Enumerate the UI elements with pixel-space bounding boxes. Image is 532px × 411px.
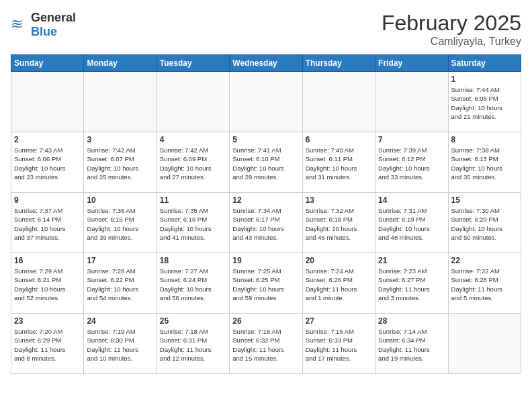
calendar-cell: 11Sunrise: 7:35 AM Sunset: 6:16 PM Dayli… — [157, 193, 229, 253]
day-info: Sunrise: 7:28 AM Sunset: 6:22 PM Dayligh… — [87, 267, 153, 302]
calendar-cell: 20Sunrise: 7:24 AM Sunset: 6:26 PM Dayli… — [302, 253, 375, 314]
calendar-table: SundayMondayTuesdayWednesdayThursdayFrid… — [11, 54, 521, 374]
calendar-cell: 27Sunrise: 7:15 AM Sunset: 6:33 PM Dayli… — [302, 314, 375, 374]
day-info: Sunrise: 7:25 AM Sunset: 6:25 PM Dayligh… — [232, 267, 299, 302]
day-number: 28 — [378, 316, 445, 326]
calendar-cell — [11, 72, 84, 132]
calendar-cell — [448, 314, 521, 374]
day-number: 18 — [160, 256, 226, 265]
day-info: Sunrise: 7:42 AM Sunset: 6:09 PM Dayligh… — [160, 146, 226, 181]
calendar-cell — [375, 72, 448, 132]
calendar-cell: 26Sunrise: 7:16 AM Sunset: 6:32 PM Dayli… — [230, 314, 302, 374]
calendar-week-3: 9Sunrise: 7:37 AM Sunset: 6:14 PM Daylig… — [11, 193, 521, 253]
calendar-cell: 17Sunrise: 7:28 AM Sunset: 6:22 PM Dayli… — [84, 253, 157, 314]
day-header-saturday: Saturday — [448, 55, 521, 72]
title-block: February 2025 Camliyayla, Turkey — [382, 11, 521, 48]
calendar-cell — [84, 72, 157, 132]
day-number: 21 — [378, 256, 445, 265]
day-info: Sunrise: 7:42 AM Sunset: 6:07 PM Dayligh… — [87, 146, 153, 181]
day-number: 27 — [306, 316, 372, 326]
logo: ≋ General Blue — [11, 11, 76, 39]
day-number: 6 — [306, 135, 372, 144]
calendar-week-5: 23Sunrise: 7:20 AM Sunset: 6:29 PM Dayli… — [11, 314, 521, 374]
day-info: Sunrise: 7:43 AM Sunset: 6:06 PM Dayligh… — [14, 146, 81, 181]
day-info: Sunrise: 7:34 AM Sunset: 6:17 PM Dayligh… — [232, 206, 299, 242]
calendar-header-row: SundayMondayTuesdayWednesdayThursdayFrid… — [11, 55, 521, 72]
day-info: Sunrise: 7:29 AM Sunset: 6:21 PM Dayligh… — [14, 267, 81, 302]
day-number: 17 — [87, 256, 153, 265]
day-info: Sunrise: 7:18 AM Sunset: 6:31 PM Dayligh… — [160, 327, 226, 363]
day-number: 2 — [14, 135, 81, 144]
day-info: Sunrise: 7:31 AM Sunset: 6:19 PM Dayligh… — [378, 206, 445, 242]
day-number: 23 — [14, 316, 81, 326]
day-header-monday: Monday — [84, 55, 157, 72]
day-number: 24 — [87, 316, 153, 326]
calendar-cell: 23Sunrise: 7:20 AM Sunset: 6:29 PM Dayli… — [11, 314, 84, 374]
day-info: Sunrise: 7:39 AM Sunset: 6:12 PM Dayligh… — [378, 146, 445, 181]
calendar-cell: 7Sunrise: 7:39 AM Sunset: 6:12 PM Daylig… — [375, 132, 448, 193]
calendar-cell: 15Sunrise: 7:30 AM Sunset: 6:20 PM Dayli… — [448, 193, 521, 253]
day-number: 25 — [160, 316, 226, 326]
day-header-sunday: Sunday — [11, 55, 84, 72]
day-number: 19 — [232, 256, 299, 265]
day-number: 20 — [306, 256, 372, 265]
logo-icon: ≋ — [11, 15, 30, 34]
day-info: Sunrise: 7:16 AM Sunset: 6:32 PM Dayligh… — [232, 327, 299, 363]
calendar-week-4: 16Sunrise: 7:29 AM Sunset: 6:21 PM Dayli… — [11, 253, 521, 314]
day-info: Sunrise: 7:35 AM Sunset: 6:16 PM Dayligh… — [160, 206, 226, 242]
day-number: 4 — [160, 135, 226, 144]
calendar-cell: 4Sunrise: 7:42 AM Sunset: 6:09 PM Daylig… — [157, 132, 229, 193]
svg-text:≋: ≋ — [11, 15, 23, 32]
day-header-wednesday: Wednesday — [230, 55, 302, 72]
day-info: Sunrise: 7:14 AM Sunset: 6:34 PM Dayligh… — [378, 327, 445, 363]
calendar-cell: 28Sunrise: 7:14 AM Sunset: 6:34 PM Dayli… — [375, 314, 448, 374]
day-info: Sunrise: 7:23 AM Sunset: 6:27 PM Dayligh… — [378, 267, 445, 302]
calendar-cell — [157, 72, 229, 132]
calendar-cell: 16Sunrise: 7:29 AM Sunset: 6:21 PM Dayli… — [11, 253, 84, 314]
calendar-cell: 1Sunrise: 7:44 AM Sunset: 6:05 PM Daylig… — [448, 72, 521, 132]
day-info: Sunrise: 7:20 AM Sunset: 6:29 PM Dayligh… — [14, 327, 81, 363]
day-info: Sunrise: 7:24 AM Sunset: 6:26 PM Dayligh… — [306, 267, 372, 302]
day-info: Sunrise: 7:27 AM Sunset: 6:24 PM Dayligh… — [160, 267, 226, 302]
day-number: 1 — [451, 75, 518, 84]
calendar-cell: 8Sunrise: 7:38 AM Sunset: 6:13 PM Daylig… — [448, 132, 521, 193]
day-info: Sunrise: 7:32 AM Sunset: 6:18 PM Dayligh… — [306, 206, 372, 242]
day-info: Sunrise: 7:30 AM Sunset: 6:20 PM Dayligh… — [451, 206, 518, 242]
day-number: 8 — [451, 135, 518, 144]
day-header-thursday: Thursday — [302, 55, 375, 72]
location-subtitle: Camliyayla, Turkey — [382, 36, 521, 48]
day-number: 7 — [378, 135, 445, 144]
logo-general: General — [31, 11, 76, 24]
day-info: Sunrise: 7:40 AM Sunset: 6:11 PM Dayligh… — [306, 146, 372, 181]
page-header: ≋ General Blue February 2025 Camliyayla,… — [11, 11, 521, 48]
logo-blue: Blue — [31, 25, 57, 38]
calendar-cell: 22Sunrise: 7:22 AM Sunset: 6:28 PM Dayli… — [448, 253, 521, 314]
day-number: 26 — [232, 316, 299, 326]
calendar-cell — [230, 72, 302, 132]
day-header-friday: Friday — [375, 55, 448, 72]
calendar-cell: 19Sunrise: 7:25 AM Sunset: 6:25 PM Dayli… — [230, 253, 302, 314]
day-number: 11 — [160, 195, 226, 205]
day-number: 14 — [378, 195, 445, 205]
calendar-cell: 21Sunrise: 7:23 AM Sunset: 6:27 PM Dayli… — [375, 253, 448, 314]
calendar-cell: 10Sunrise: 7:36 AM Sunset: 6:15 PM Dayli… — [84, 193, 157, 253]
calendar-cell: 5Sunrise: 7:41 AM Sunset: 6:10 PM Daylig… — [230, 132, 302, 193]
calendar-week-1: 1Sunrise: 7:44 AM Sunset: 6:05 PM Daylig… — [11, 72, 521, 132]
day-number: 13 — [306, 195, 372, 205]
day-info: Sunrise: 7:38 AM Sunset: 6:13 PM Dayligh… — [451, 146, 518, 181]
day-info: Sunrise: 7:41 AM Sunset: 6:10 PM Dayligh… — [232, 146, 299, 181]
day-number: 12 — [232, 195, 299, 205]
calendar-cell: 6Sunrise: 7:40 AM Sunset: 6:11 PM Daylig… — [302, 132, 375, 193]
calendar-cell: 3Sunrise: 7:42 AM Sunset: 6:07 PM Daylig… — [84, 132, 157, 193]
calendar-week-2: 2Sunrise: 7:43 AM Sunset: 6:06 PM Daylig… — [11, 132, 521, 193]
calendar-cell: 13Sunrise: 7:32 AM Sunset: 6:18 PM Dayli… — [302, 193, 375, 253]
calendar-cell: 2Sunrise: 7:43 AM Sunset: 6:06 PM Daylig… — [11, 132, 84, 193]
day-header-tuesday: Tuesday — [157, 55, 229, 72]
day-info: Sunrise: 7:36 AM Sunset: 6:15 PM Dayligh… — [87, 206, 153, 242]
month-title: February 2025 — [382, 11, 521, 36]
calendar-cell: 25Sunrise: 7:18 AM Sunset: 6:31 PM Dayli… — [157, 314, 229, 374]
day-number: 3 — [87, 135, 153, 144]
day-info: Sunrise: 7:37 AM Sunset: 6:14 PM Dayligh… — [14, 206, 81, 242]
calendar-cell: 14Sunrise: 7:31 AM Sunset: 6:19 PM Dayli… — [375, 193, 448, 253]
calendar-cell: 12Sunrise: 7:34 AM Sunset: 6:17 PM Dayli… — [230, 193, 302, 253]
